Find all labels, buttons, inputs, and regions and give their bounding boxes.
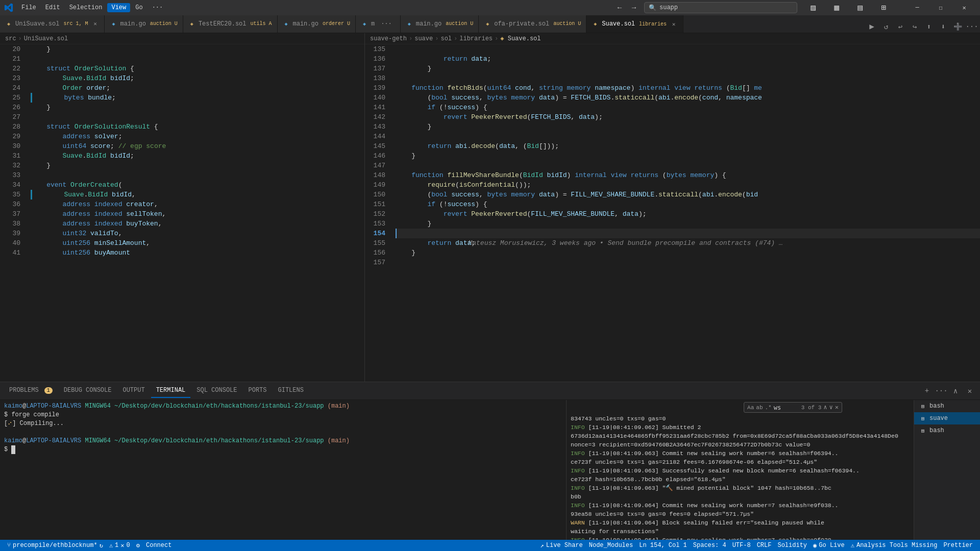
terminal-tab-bash2[interactable]: ⊞ bash [914,424,980,437]
debug-run-btn[interactable]: ▶ [866,20,878,33]
tab-label-orderer: main.go [293,20,318,28]
layout-btn2[interactable]: ▦ [825,0,848,15]
bc-suave2[interactable]: suave [414,35,433,42]
terminal-left[interactable]: kaimo@LAPTOP-8AIALVRS MINGW64 ~/Desktop/… [0,400,567,540]
menu-more[interactable]: ··· [148,3,167,12]
tab-badge-testerc20: utils A [251,21,272,27]
close-btn[interactable]: ✕ [952,0,976,15]
menu-file[interactable]: File [17,3,40,12]
status-eol[interactable]: CRLF [754,540,775,551]
tab-ofa[interactable]: ◈ ofa-private.sol auction U [479,15,586,33]
status-analysis[interactable]: ⚠ Analysis Tools Missing [848,540,941,551]
tab-close-unisuave[interactable]: ✕ [91,20,99,28]
tab-close-suave[interactable]: ✕ [670,20,678,28]
status-errors[interactable]: ⚠ 1 ✕ 0 [106,540,133,551]
status-cursor-pos[interactable]: Ln 154, Col 1 [636,540,690,551]
code-line: address solver; [31,132,364,141]
bc-libraries[interactable]: libraries [459,35,493,42]
search-prev-btn[interactable]: ∧ [823,404,827,411]
menu-view[interactable]: View [107,3,130,12]
problems-badge: 1 [44,387,53,394]
status-language[interactable]: Solidity [774,540,810,551]
tab-ports[interactable]: PORTS [243,384,272,398]
tab-debug-console[interactable]: DEBUG CONSOLE [59,384,117,398]
status-git-branch[interactable]: ⑂ precompile/ethblocknum* ↻ [4,540,106,551]
tab-main-auction2[interactable]: ◈ main.go auction U [401,15,479,33]
nav-arrows: ← → [614,3,640,13]
bc-src[interactable]: src [5,35,16,42]
minimize-btn[interactable]: ─ [905,0,929,15]
left-code-lines[interactable]: } struct OrderSolution { Suave.BidId bid… [26,44,364,382]
code-line: Suave.BidId bidId; [31,151,364,161]
status-prettier[interactable]: Prettier [940,540,976,551]
code-line: address indexed buyToken, [31,219,364,229]
toolbar-btn5[interactable]: ⬇ [937,20,949,33]
log-line: INFO [11-19|08:41:09.064] Commit new sea… [571,501,910,510]
status-node-modules[interactable]: Node_Modules [586,540,636,551]
tab-label-suave: Suave.sol [602,20,635,28]
nav-back[interactable]: ← [614,3,626,13]
toolbar-btn2[interactable]: ↩ [894,20,906,33]
terminal-tab-bash1[interactable]: ⊞ bash [914,400,980,412]
bc-suave-geth[interactable]: suave-geth [370,35,407,42]
status-golive[interactable]: ◉ Go Live [810,540,848,551]
toolbar-btn6[interactable]: ➕ [951,20,964,33]
status-golive-label: Go Live [819,542,844,549]
status-liveshare[interactable]: ↗ Live Share [537,540,586,551]
status-plugin[interactable]: ⚙ [133,540,143,551]
maximize-btn[interactable]: ☐ [929,0,952,15]
search-match-info: 3 of 3 [801,405,822,411]
tab-sql-console[interactable]: SQL CONSOLE [191,384,242,398]
tab-terminal[interactable]: TERMINAL [151,384,191,398]
tab-label-testerc20: TestERC20.sol [199,20,247,28]
toolbar-btn4[interactable]: ⬆ [923,20,935,33]
code-line: struct OrderSolutionResult { [31,122,364,132]
panel-collapse-btn[interactable]: ∧ [949,385,962,397]
layout-btn1[interactable]: ▨ [801,0,825,15]
search-next-btn[interactable]: ∨ [829,404,833,411]
code-line: Order order; [31,83,364,93]
analysis-icon: ⚠ [851,542,854,549]
toolbar-btn3[interactable]: ↪ [909,20,921,33]
code-line: } [31,103,364,112]
status-spaces[interactable]: Spaces: 4 [690,540,729,551]
status-encoding[interactable]: UTF-8 [729,540,754,551]
terminal-search-input[interactable] [774,404,799,411]
code-line: address indexed sellToken, [31,209,364,219]
toolbar-more[interactable]: ··· [966,20,978,33]
bc-unisuave[interactable]: UniSuave.sol [24,35,68,42]
tab-output[interactable]: OUTPUT [117,384,150,398]
terminal-right[interactable]: Aa ab .* 3 of 3 ∧ ∨ ✕ 834743 uncles=0 tx… [567,400,914,540]
git-branch-icon: ⑂ [7,542,11,549]
bc-suavesol[interactable]: ◈ Suave.sol [500,35,541,42]
menu-selection[interactable]: Selection [65,3,107,12]
menu-go[interactable]: Go [131,3,146,12]
toolbar-btn1[interactable]: ↺ [880,20,892,33]
tab-main-auction[interactable]: ◈ main.go auction U [105,15,183,33]
right-code-lines[interactable]: return data; } function fetchBids(uint64… [390,44,980,382]
tab-problems[interactable]: PROBLEMS 1 [4,384,58,398]
code-line [396,44,980,54]
tab-gitlens[interactable]: GITLENS [273,384,309,398]
tab-suave[interactable]: ◈ Suave.sol libraries ✕ [586,15,683,33]
bc-sol[interactable]: sol [440,35,452,42]
status-connect[interactable]: Connect [143,540,175,551]
panel-menu-btn[interactable]: ··· [935,385,947,397]
code-line [396,161,980,170]
panel-close-btn[interactable]: ✕ [964,385,976,397]
tab-testerc20[interactable]: ◈ TestERC20.sol utils A [183,15,278,33]
layout-btn4[interactable]: ⊞ [872,0,895,15]
layout-btn3[interactable]: ▤ [848,0,872,15]
search-close-btn[interactable]: ✕ [835,404,839,411]
tab-main-orderer[interactable]: ◈ main.go orderer U [278,15,356,33]
panel-add-btn[interactable]: + [921,385,933,397]
terminal-tab-suave[interactable]: ⊞ suave [914,412,980,424]
nav-forward[interactable]: → [628,3,640,13]
search-bar[interactable]: 🔍 suapp [644,2,797,13]
tab-unisuave[interactable]: ◈ UniSuave.sol src 1, M ✕ [0,15,105,33]
tab-m[interactable]: ◈ m ··· [356,15,401,33]
menu-edit[interactable]: Edit [41,3,64,12]
code-line: } [396,64,980,73]
tab-more-m[interactable]: ··· [378,15,395,33]
log-line: waiting for transactions" [571,527,910,536]
